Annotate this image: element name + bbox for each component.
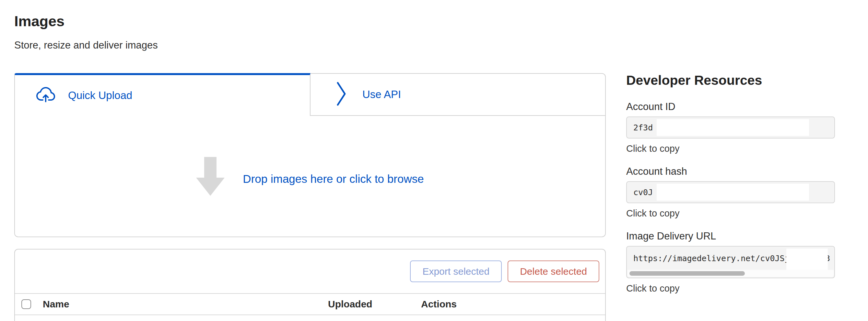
redaction-overlay (657, 184, 809, 201)
select-all-checkbox[interactable] (21, 299, 31, 309)
export-selected-button[interactable]: Export selected (410, 260, 502, 282)
table-header-row: Name Uploaded Actions (15, 294, 605, 315)
header-divider (15, 315, 605, 315)
down-arrow-icon (196, 157, 225, 196)
image-delivery-url-value: https://imagedelivery.net/cv0JSj (633, 254, 789, 263)
tab-quick-upload-label: Quick Upload (68, 89, 132, 102)
account-id-label: Account ID (626, 101, 835, 113)
account-hash-group: Account hash cv0J Click to copy (626, 166, 835, 219)
account-hash-label: Account hash (626, 166, 835, 177)
images-page: Images Store, resize and deliver images … (0, 0, 868, 321)
click-to-copy-hint: Click to copy (626, 283, 835, 294)
image-delivery-url-label: Image Delivery URL (626, 230, 835, 242)
account-hash-value: cv0J (633, 188, 653, 197)
dropzone-label: Drop images here or click to browse (243, 173, 424, 185)
page-subtitle: Store, resize and deliver images (14, 39, 606, 51)
chevron-right-icon (336, 81, 347, 108)
click-to-copy-hint: Click to copy (626, 143, 835, 154)
cloud-upload-icon (36, 87, 56, 104)
tab-quick-upload[interactable]: Quick Upload (14, 73, 311, 116)
table-toolbar: Export selected Delete selected (15, 249, 605, 293)
account-id-value: 2f3d (633, 123, 653, 132)
account-hash-field[interactable]: cv0J (626, 181, 835, 203)
images-table-card: Export selected Delete selected Name Upl… (14, 249, 606, 321)
image-delivery-url-group: Image Delivery URL https://imagedelivery… (626, 230, 835, 294)
tab-use-api[interactable]: Use API (311, 73, 606, 116)
tab-use-api-label: Use API (362, 88, 401, 101)
developer-resources-panel: Developer Resources Account ID 2f3d Clic… (626, 72, 835, 294)
redaction-overlay (657, 119, 809, 136)
column-header-name: Name (43, 299, 69, 310)
image-delivery-url-field[interactable]: https://imagedelivery.net/cv0JSj 3 (626, 246, 835, 278)
horizontal-scrollbar-track (627, 270, 834, 277)
account-id-field[interactable]: 2f3d (626, 116, 835, 139)
click-to-copy-hint: Click to copy (626, 208, 835, 219)
sidebar-title: Developer Resources (626, 72, 835, 88)
main-column: Images Store, resize and deliver images … (14, 0, 606, 321)
image-dropzone[interactable]: Drop images here or click to browse (14, 116, 606, 237)
column-header-uploaded: Uploaded (328, 299, 372, 310)
column-header-actions: Actions (421, 299, 457, 310)
upload-tabs: Quick Upload Use API (14, 73, 606, 116)
horizontal-scrollbar-thumb[interactable] (629, 271, 745, 276)
delete-selected-button[interactable]: Delete selected (507, 260, 599, 282)
page-title: Images (14, 13, 606, 30)
account-id-group: Account ID 2f3d Click to copy (626, 101, 835, 154)
redaction-overlay (786, 249, 828, 270)
